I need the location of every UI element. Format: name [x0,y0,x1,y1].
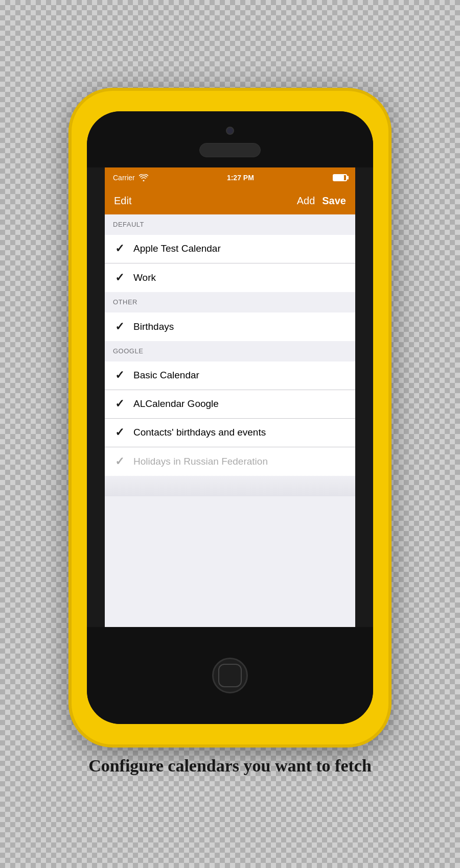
calendar-label: Contacts' birthdays and events [133,427,266,438]
section-header-other: OTHER [105,292,355,312]
nav-actions: Add Save [297,195,346,207]
battery-fill [334,175,344,180]
section-body-google: ✓ Basic Calendar ✓ ALCalendar Google ✓ C… [105,361,355,476]
calendar-label: Apple Test Calendar [133,243,221,254]
status-left: Carrier [113,174,148,182]
section-label-other: OTHER [113,298,137,306]
checkmark-icon: ✓ [113,369,126,382]
list-item[interactable]: ✓ Basic Calendar [105,361,355,390]
save-button[interactable]: Save [322,195,346,207]
list-item[interactable]: ✓ Birthdays [105,312,355,341]
add-button[interactable]: Add [297,195,315,207]
checkmark-icon: ✓ [113,455,126,468]
checkmark-icon: ✓ [113,397,126,411]
calendar-label: Work [133,272,156,283]
checkmark-icon: ✓ [113,426,126,439]
status-right [333,174,347,181]
earpiece-speaker [199,143,261,157]
phone-inner: Carrier 1:27 PM [87,111,373,724]
nav-bar: Edit Add Save [105,188,355,214]
list-item[interactable]: ✓ Holidays in Russian Federation [105,447,355,476]
phone-body: Carrier 1:27 PM [72,91,388,744]
list-item[interactable]: ✓ ALCalendar Google [105,390,355,419]
front-camera [226,127,234,135]
screen-gradient [105,476,355,496]
calendar-list: DEFAULT ✓ Apple Test Calendar ✓ Work [105,214,355,627]
calendar-label: Birthdays [133,321,174,332]
calendar-label: Basic Calendar [133,370,199,381]
carrier-label: Carrier [113,174,135,182]
phone-wrapper: Carrier 1:27 PM [72,91,388,777]
wifi-icon [139,174,148,181]
section-header-google: GOOGLE [105,341,355,361]
list-item[interactable]: ✓ Apple Test Calendar [105,235,355,263]
checkmark-icon: ✓ [113,320,126,333]
list-item[interactable]: ✓ Work [105,263,355,292]
section-label-default: DEFAULT [113,221,144,228]
section-label-google: GOOGLE [113,347,143,355]
home-button[interactable] [212,658,248,693]
list-item[interactable]: ✓ Contacts' birthdays and events [105,419,355,447]
home-button-inner [218,664,242,687]
section-body-other: ✓ Birthdays [105,312,355,341]
battery-icon [333,174,347,181]
checkmark-icon: ✓ [113,271,126,284]
caption-text: Configure calendars you want to fetch [88,755,372,777]
section-header-default: DEFAULT [105,214,355,235]
status-time: 1:27 PM [227,174,254,182]
checkmark-icon: ✓ [113,242,126,255]
section-body-default: ✓ Apple Test Calendar ✓ Work [105,235,355,292]
status-bar: Carrier 1:27 PM [105,167,355,188]
edit-button[interactable]: Edit [114,195,131,207]
calendar-label: Holidays in Russian Federation [133,456,268,467]
top-bezel [87,111,373,167]
bottom-bezel [87,627,373,724]
calendar-label: ALCalendar Google [133,398,219,409]
screen: Carrier 1:27 PM [105,167,355,627]
